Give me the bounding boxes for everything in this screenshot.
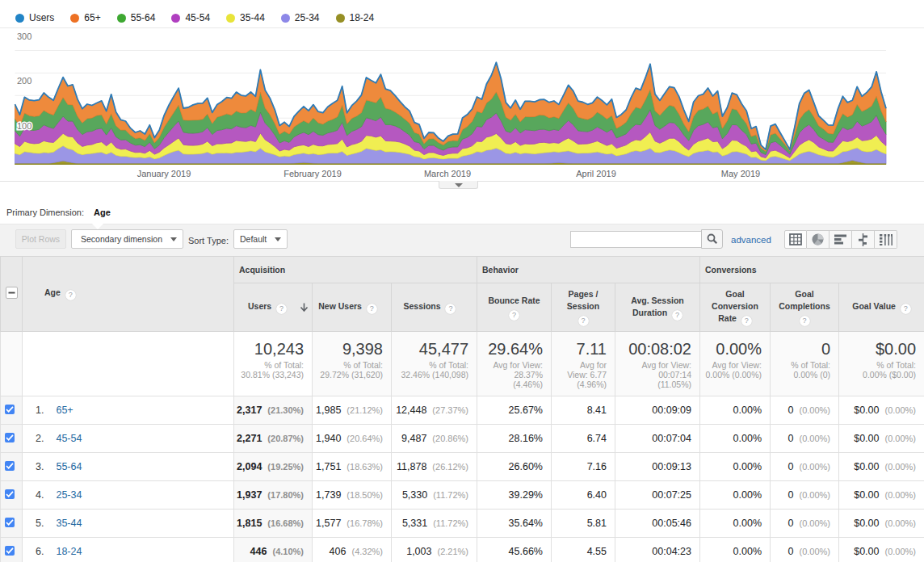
svg-text:March 2019: March 2019 bbox=[424, 169, 471, 178]
svg-text:200: 200 bbox=[17, 76, 32, 86]
svg-text:May 2019: May 2019 bbox=[721, 169, 760, 178]
svg-text:300: 300 bbox=[17, 31, 32, 41]
svg-text:January 2019: January 2019 bbox=[137, 169, 191, 178]
svg-text:February 2019: February 2019 bbox=[284, 169, 342, 178]
svg-text:100: 100 bbox=[17, 121, 32, 131]
svg-text:April 2019: April 2019 bbox=[576, 169, 616, 178]
